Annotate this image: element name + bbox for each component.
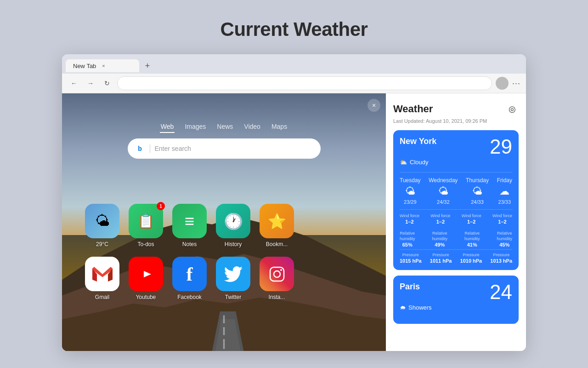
tab-close-button[interactable]: × [100,62,107,69]
humidity-thursday: Relative humidity 41% [464,231,480,247]
svg-point-12 [280,269,282,271]
todo-badge: 1 [157,202,165,210]
day-temp: 24/32 [437,199,450,205]
search-tab-news[interactable]: News [216,121,234,133]
profile-avatar[interactable] [496,77,509,90]
paris-header: Paris 24 [400,282,512,302]
app-history[interactable]: 🕐 History [216,204,250,247]
app-icons-row1: 🌤 29°C 📋 1 To-dos ≡ [80,204,368,247]
svg-rect-7 [223,339,225,349]
humidity-friday: Relative humidity 45% [497,231,512,247]
app-facebook[interactable]: f Facebook [172,257,207,300]
condition-text: Cloudy [410,159,428,166]
app-instagram[interactable]: Insta... [260,257,294,300]
app-bookmarks[interactable]: ⭐ Bookm... [260,204,294,247]
day-name: Thursday [466,177,489,184]
pressure-tuesday: Pressure 1015 hPa [400,253,422,264]
pressure-thursday: Pressure 1010 hPa [460,253,482,264]
app-todo[interactable]: 📋 1 To-dos [129,204,163,247]
tab-label: New Tab [73,63,96,69]
paris-condition: 🌧 Showers [400,304,512,311]
search-tab-web[interactable]: Web [160,121,175,133]
paris-condition-text: Showers [408,304,432,311]
weather-title: Weather [393,103,433,115]
app-youtube[interactable]: Youtube [129,257,163,300]
bing-logo: b [135,144,145,154]
day-temp: 23/29 [404,199,417,205]
humidity-label: Relative [432,231,447,236]
forecast-wednesday: Wednesday 🌤 24/32 [429,177,458,205]
wind-friday: Wind force 1–2 [492,213,512,224]
app-twitter[interactable]: Twitter [216,257,250,300]
day-icon: 🌤 [472,185,482,197]
browser-content: × Web Images News Video Maps b Enter sea… [62,93,526,351]
active-tab[interactable]: New Tab × [66,59,139,72]
instagram-icon [260,257,294,291]
humidity-label: Relative [400,231,415,236]
browser-window: New Tab × + ← → ↻ ··· [62,54,526,351]
weather-updated: Last Updated: August 10, 2021, 09:26 PM [393,118,519,124]
city-name: New York [400,137,436,146]
search-tab-maps[interactable]: Maps [271,121,288,133]
wind-force-section: Wind force 1–2 Wind force 1–2 Wind force… [400,209,512,224]
paris-name: Paris [400,282,420,292]
search-tab-video[interactable]: Video [243,121,261,133]
day-temp: 24/33 [471,199,484,205]
humidity-value: 45% [499,242,509,247]
bookmarks-label: Bookm... [266,241,288,247]
wind-label: Wind force [430,213,450,218]
youtube-icon [129,257,163,291]
tab-bar: New Tab × + [62,54,526,74]
humidity-value: 49% [435,242,445,247]
search-placeholder[interactable]: Enter search [155,145,313,152]
twitter-label: Twitter [225,294,241,300]
search-tab-images[interactable]: Images [184,121,207,133]
humidity-section: Relative humidity 65% Relative humidity … [400,229,512,247]
svg-rect-5 [223,316,225,323]
new-tab-page: × Web Images News Video Maps b Enter sea… [62,93,386,351]
instagram-label: Insta... [268,294,285,300]
wind-value: 1–2 [405,219,413,224]
humidity-tuesday: Relative humidity 65% [400,231,415,247]
weather-icon: 🌤 [85,204,119,238]
pressure-label: Pressure [493,253,509,257]
paris-condition-icon: 🌧 [400,304,406,311]
location-icon[interactable]: ◎ [506,103,519,115]
pressure-friday: Pressure 1013 hPa [490,253,512,264]
more-options-button[interactable]: ··· [512,79,520,88]
wind-value: 1–2 [498,219,506,224]
humidity-wednesday: Relative humidity 49% [432,231,447,247]
city-card-paris: Paris 24 🌧 Showers [393,276,519,324]
app-weather[interactable]: 🌤 29°C [85,204,119,247]
youtube-label: Youtube [136,294,156,300]
city-header: New York 29 [400,137,512,157]
wind-thursday: Wind force 1–2 [462,213,481,224]
humidity-label2: humidity [497,236,512,241]
pressure-value: 1013 hPa [490,258,512,264]
day-icon: 🌤 [438,185,448,197]
new-tab-close-button[interactable]: × [368,99,380,112]
app-gmail[interactable]: Gmail [85,257,119,300]
back-button[interactable]: ← [68,77,80,90]
day-name: Tuesday [400,177,421,184]
refresh-button[interactable]: ↻ [101,77,113,90]
new-tab-button[interactable]: + [141,59,154,72]
notes-icon: ≡ [172,204,207,238]
svg-point-11 [274,271,280,277]
humidity-label2: humidity [432,236,447,241]
wind-label: Wind force [492,213,512,218]
day-name: Wednesday [429,177,458,184]
day-name: Friday [497,177,512,184]
forward-button[interactable]: → [84,77,97,90]
app-notes[interactable]: ≡ Notes [172,204,207,247]
pressure-label: Pressure [463,253,479,257]
address-bar[interactable] [117,76,492,90]
city-card-new-york: New York 29 ⛅ Cloudy Tuesday 🌤 23/29 [393,130,519,270]
weather-label: 29°C [96,241,108,247]
forecast-tuesday: Tuesday 🌤 23/29 [400,177,421,205]
forecast-thursday: Thursday 🌤 24/33 [466,177,489,205]
humidity-value: 41% [467,242,477,247]
day-icon: ☁ [499,185,509,197]
todo-icon: 📋 1 [129,204,163,238]
svg-rect-10 [270,267,284,281]
